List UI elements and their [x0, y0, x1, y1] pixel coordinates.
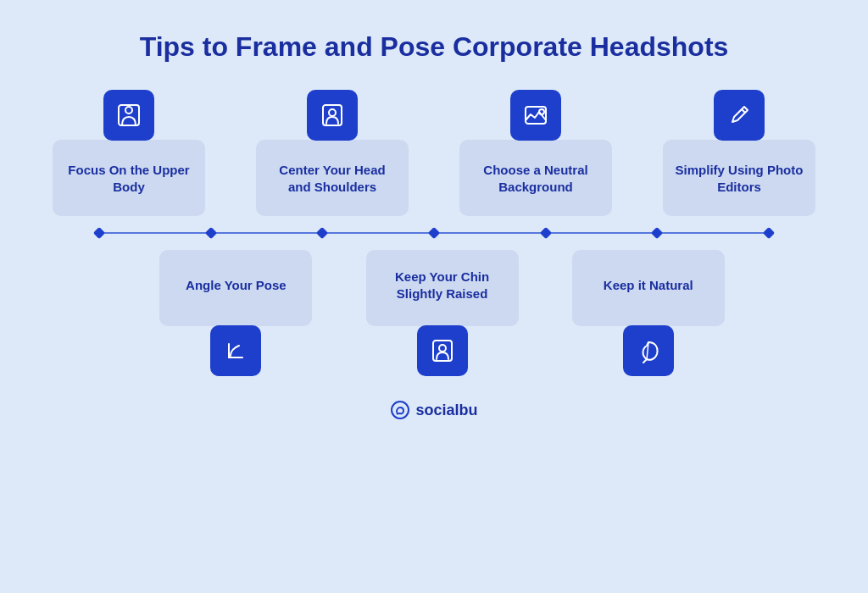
bottom-row: Angle Your Pose Keep Your Chin Slightly …	[133, 250, 752, 376]
tip-label-6: Keep Your Chin Slightly Raised	[378, 269, 507, 303]
card-body-1: Focus On the Upper Body	[53, 140, 205, 216]
tip-label-2: Center Your Head and Shoulders	[268, 162, 397, 197]
pencil-icon	[714, 90, 765, 141]
timeline-dot-3	[316, 227, 328, 239]
svg-point-14	[397, 413, 399, 415]
diagram-container: Focus On the Upper Body Center Your Head…	[27, 90, 841, 376]
tip-label-1: Focus On the Upper Body	[64, 162, 193, 197]
svg-line-6	[742, 109, 745, 113]
footer: socialbu	[390, 400, 477, 420]
tip-card-top-3: Choose a Neutral Background	[459, 90, 612, 216]
leaf-icon	[623, 325, 674, 376]
tip-card-top-2: Center Your Head and Shoulders	[256, 90, 409, 216]
card-body-3: Choose a Neutral Background	[459, 140, 612, 216]
timeline-dot-5	[540, 227, 552, 239]
card-body-5: Angle Your Pose	[159, 250, 312, 326]
tip-card-top-4: Simplify Using Photo Editors	[663, 90, 815, 216]
icon-svg-4	[726, 102, 753, 129]
tip-label-4: Simplify Using Photo Editors	[675, 162, 804, 197]
card-body-7: Keep it Natural	[572, 250, 725, 326]
icon-svg-5	[222, 337, 249, 364]
card-body-2: Center Your Head and Shoulders	[256, 140, 409, 216]
tip-label-7: Keep it Natural	[604, 277, 693, 294]
timeline-dot-4	[428, 227, 440, 239]
brand-logo: socialbu	[390, 400, 477, 420]
timeline-row	[27, 221, 841, 245]
chin-raised-icon	[417, 325, 468, 376]
timeline-dot-1	[93, 227, 105, 239]
top-row: Focus On the Upper Body Center Your Head…	[27, 90, 841, 216]
icon-svg-1	[115, 102, 142, 129]
timeline-dot-7	[763, 227, 775, 239]
tip-card-top-1: Focus On the Upper Body	[53, 90, 205, 216]
tip-label-5: Angle Your Pose	[186, 277, 287, 294]
svg-point-3	[329, 109, 336, 116]
timeline-dots	[95, 229, 773, 237]
portrait-icon	[307, 90, 358, 141]
card-body-4: Simplify Using Photo Editors	[663, 140, 815, 216]
tip-card-bottom-1: Angle Your Pose	[159, 250, 312, 376]
socialbu-logo-icon	[390, 400, 410, 420]
svg-line-11	[643, 359, 647, 363]
svg-point-0	[125, 107, 132, 114]
person-frame-icon	[103, 90, 154, 141]
icon-svg-7	[635, 337, 662, 364]
timeline-dot-2	[205, 227, 217, 239]
brand-name: socialbu	[415, 402, 477, 419]
card-body-6: Keep Your Chin Slightly Raised	[366, 250, 519, 326]
icon-svg-6	[429, 337, 456, 364]
angle-icon	[210, 325, 261, 376]
tip-card-bottom-2: Keep Your Chin Slightly Raised	[366, 250, 519, 376]
svg-point-10	[439, 345, 446, 352]
tip-card-bottom-3: Keep it Natural	[572, 250, 725, 376]
icon-svg-2	[319, 102, 346, 129]
svg-point-13	[392, 402, 409, 418]
svg-point-5	[539, 109, 544, 114]
tip-label-3: Choose a Neutral Background	[471, 162, 600, 197]
landscape-icon	[510, 90, 561, 141]
icon-svg-3	[522, 102, 549, 129]
timeline-dot-6	[651, 227, 663, 239]
page-title: Tips to Frame and Pose Corporate Headsho…	[140, 30, 729, 63]
